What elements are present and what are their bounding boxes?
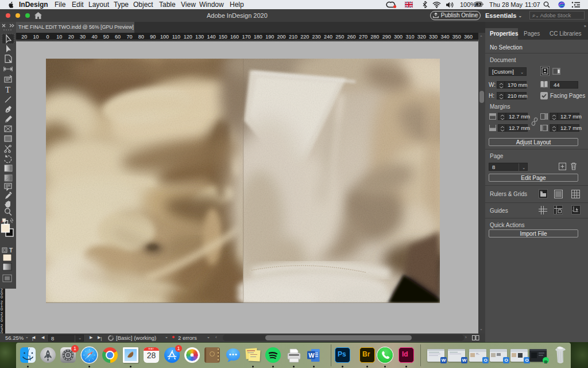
svg-text:T: T bbox=[5, 85, 10, 94]
svg-text:T: T bbox=[9, 247, 13, 254]
svg-text:W: W bbox=[308, 352, 315, 359]
